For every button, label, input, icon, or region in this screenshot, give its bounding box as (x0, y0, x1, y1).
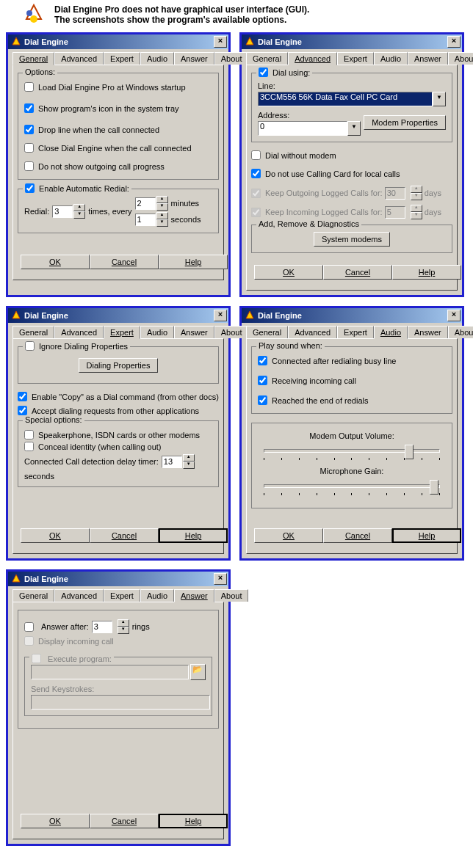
tab-answer[interactable]: Answer (174, 326, 214, 338)
tab-expert[interactable]: Expert (337, 52, 374, 65)
chk-conceal[interactable] (24, 442, 34, 451)
tab-about[interactable]: About (214, 326, 249, 338)
cancel-button[interactable]: Cancel (90, 814, 159, 828)
spin-down-icon[interactable]: ▼ (73, 211, 85, 219)
chk-sound-receiving[interactable] (258, 376, 267, 385)
tab-general[interactable]: General (246, 52, 288, 65)
tab-about[interactable]: About (214, 589, 249, 602)
tab-general[interactable]: General (12, 52, 54, 65)
spin-up-icon[interactable]: ▲ (73, 204, 85, 211)
system-modems-button[interactable]: System modems (314, 232, 390, 247)
tab-answer[interactable]: Answer (174, 589, 214, 602)
tab-about[interactable]: About (448, 326, 473, 338)
line-combo[interactable]: 3CCM556 56K Data Fax Cell PC Card (258, 92, 433, 106)
chk-without-modem[interactable] (251, 150, 261, 160)
chk-enable-copy[interactable] (18, 392, 27, 401)
redial-seconds[interactable] (135, 214, 156, 226)
app-icon (11, 37, 21, 47)
chk-close-on-connect[interactable] (24, 143, 34, 153)
chk-sound-reached[interactable] (258, 395, 267, 405)
keystrokes-input (31, 695, 210, 710)
header-text: Dial Engine Pro does not have graphical … (54, 4, 309, 25)
redial-minutes[interactable] (135, 197, 156, 210)
chk-enable-redial[interactable] (25, 183, 35, 193)
cancel-button[interactable]: Cancel (90, 528, 159, 543)
tab-answer[interactable]: Answer (174, 52, 214, 65)
modem-volume-slider[interactable] (264, 443, 440, 458)
help-button[interactable]: Help (392, 528, 461, 543)
tab-audio[interactable]: Audio (140, 326, 174, 338)
ok-button[interactable]: OK (21, 528, 90, 543)
ok-button[interactable]: OK (21, 814, 90, 828)
tab-expert[interactable]: Expert (104, 52, 140, 65)
tab-advanced[interactable]: Advanced (54, 326, 104, 338)
app-icon (245, 310, 255, 321)
app-icon (11, 310, 21, 321)
chk-display-incoming (24, 636, 34, 646)
close-icon[interactable]: × (447, 36, 461, 48)
ok-button[interactable]: OK (21, 255, 90, 269)
dialog-expert: Dial Engine × General Advanced Expert Au… (6, 306, 231, 561)
close-icon[interactable]: × (214, 310, 227, 321)
chk-speakerphone[interactable] (24, 430, 34, 440)
chk-accept-requests[interactable] (18, 406, 27, 415)
tab-audio[interactable]: Audio (140, 589, 174, 602)
title: Dial Engine (24, 37, 214, 46)
chk-execute-program (32, 654, 41, 663)
chk-no-calling-card[interactable] (251, 169, 261, 178)
dialing-properties-button[interactable]: Dialing Properties (79, 358, 159, 373)
delay-timer[interactable] (162, 456, 182, 468)
ok-button[interactable]: OK (254, 528, 323, 543)
chk-answer-after[interactable] (24, 622, 34, 632)
program-path-input (31, 665, 189, 679)
redial-count[interactable] (52, 205, 73, 218)
chk-drop-line[interactable] (24, 125, 34, 134)
tab-expert[interactable]: Expert (104, 326, 140, 339)
tab-general[interactable]: General (246, 326, 288, 338)
tab-audio[interactable]: Audio (140, 52, 174, 65)
tab-about[interactable]: About (448, 52, 473, 65)
tab-audio[interactable]: Audio (374, 52, 408, 65)
tab-expert[interactable]: Expert (104, 589, 140, 602)
cancel-button[interactable]: Cancel (90, 255, 159, 269)
dialog-advanced: Dial Engine × General Advanced Expert Au… (239, 32, 464, 297)
tab-expert[interactable]: Expert (337, 326, 374, 338)
help-button[interactable]: Help (159, 255, 228, 269)
tab-advanced[interactable]: Advanced (288, 52, 337, 65)
close-icon[interactable]: × (214, 573, 227, 585)
cancel-button[interactable]: Cancel (323, 265, 392, 280)
tab-about[interactable]: About (214, 52, 249, 65)
chevron-down-icon[interactable]: ▼ (433, 92, 446, 106)
mic-gain-slider[interactable] (264, 478, 440, 493)
address-combo[interactable]: 0 (258, 121, 347, 136)
ok-button[interactable]: OK (254, 265, 323, 280)
options-group: Options: (23, 68, 57, 76)
help-button[interactable]: Help (159, 814, 228, 828)
chk-hide-progress[interactable] (24, 161, 34, 171)
chk-sound-connected[interactable] (258, 356, 267, 365)
modem-properties-button[interactable]: Modem Properties (364, 115, 446, 130)
dialog-answer: Dial Engine × General Advanced Expert Au… (6, 569, 231, 846)
close-icon[interactable]: × (214, 36, 227, 48)
help-button[interactable]: Help (392, 265, 461, 280)
rings-input[interactable] (92, 621, 112, 633)
tab-general[interactable]: General (12, 589, 54, 602)
chk-load-startup[interactable] (24, 82, 34, 92)
tab-advanced[interactable]: Advanced (54, 589, 104, 602)
tab-advanced[interactable]: Advanced (288, 326, 337, 338)
tab-answer[interactable]: Answer (408, 326, 448, 338)
close-icon[interactable]: × (447, 310, 461, 321)
tab-answer[interactable]: Answer (408, 52, 448, 65)
help-button[interactable]: Help (159, 528, 228, 543)
chk-dial-using[interactable] (259, 68, 268, 77)
svg-point-0 (30, 15, 37, 23)
tab-audio[interactable]: Audio (374, 326, 408, 339)
tab-advanced[interactable]: Advanced (54, 52, 104, 65)
cancel-button[interactable]: Cancel (323, 528, 392, 543)
chevron-down-icon[interactable]: ▼ (347, 121, 361, 136)
app-icon (11, 574, 21, 584)
tab-general[interactable]: General (12, 326, 54, 338)
chk-ignore-dialing[interactable] (25, 341, 35, 351)
dialog-audio: Dial Engine × General Advanced Expert Au… (239, 306, 464, 561)
chk-tray-icon[interactable] (24, 103, 34, 113)
